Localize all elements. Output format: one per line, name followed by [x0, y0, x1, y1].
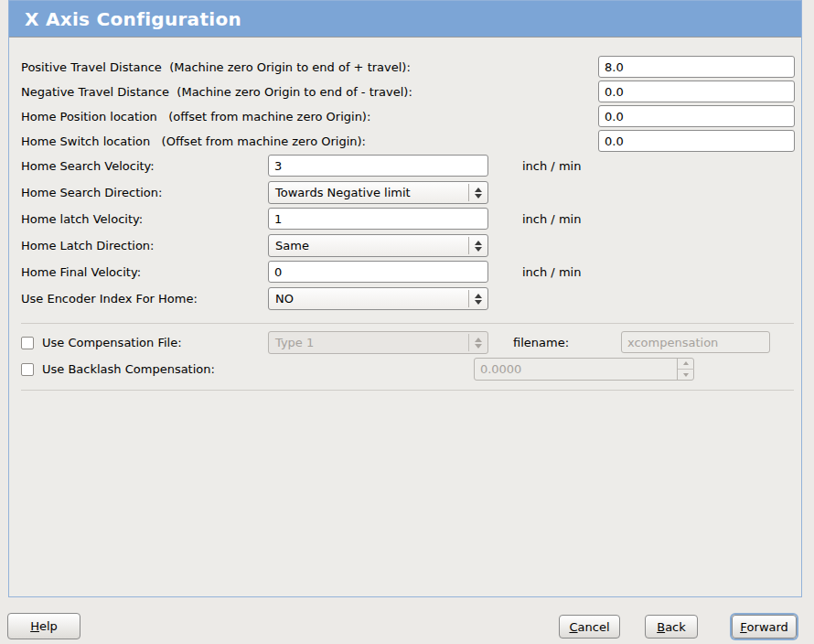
encoder-index-label: Use Encoder Index For Home: — [21, 292, 198, 306]
home-latch-direction-combo[interactable]: Same — [268, 234, 488, 257]
home-final-velocity-label: Home Final Velocity: — [21, 265, 141, 279]
combo-arrows-icon — [468, 334, 487, 351]
home-position-label: Home Position location (offset from mach… — [21, 110, 370, 123]
home-search-velocity-input[interactable] — [268, 155, 488, 177]
home-latch-velocity-input[interactable] — [268, 208, 488, 230]
help-button[interactable]: Help — [7, 613, 80, 639]
combo-selected-value: Type 1 — [275, 336, 314, 349]
combo-arrows-icon — [468, 237, 487, 254]
home-latch-velocity-label: Home latch Velocity: — [21, 212, 143, 226]
home-search-direction-label: Home Search Direction: — [21, 186, 162, 199]
encoder-index-combo[interactable]: NO — [268, 287, 488, 310]
home-latch-direction-row: Home Latch Direction: Same — [9, 234, 801, 257]
negative-travel-row: Negative Travel Distance (Machine zero O… — [9, 80, 801, 102]
use-backlash-checkbox[interactable] — [21, 363, 34, 376]
home-position-row: Home Position location (offset from mach… — [9, 105, 801, 127]
encoder-index-row: Use Encoder Index For Home: NO — [9, 287, 801, 310]
home-latch-velocity-row: Home latch Velocity: inch / min — [9, 208, 801, 231]
home-search-direction-combo[interactable]: Towards Negative limit — [268, 181, 488, 204]
home-latch-direction-label: Home Latch Direction: — [21, 239, 154, 252]
separator — [21, 390, 794, 391]
spin-steppers — [677, 358, 694, 381]
home-switch-row: Home Switch location (Offset from machin… — [9, 130, 801, 152]
cancel-button[interactable]: Cancel — [559, 615, 620, 639]
positive-travel-input[interactable] — [598, 56, 795, 78]
home-switch-label: Home Switch location (Offset from machin… — [21, 134, 366, 148]
separator — [21, 323, 794, 324]
use-compensation-file-checkbox[interactable] — [21, 337, 34, 349]
home-search-velocity-unit: inch / min — [522, 155, 581, 177]
positive-travel-row: Positive Travel Distance (Machine zero O… — [9, 56, 801, 78]
home-final-velocity-row: Home Final Velocity: inch / min — [9, 261, 801, 284]
use-compensation-file-label: Use Compensation File: — [42, 336, 182, 349]
x-axis-configuration-dialog: X Axis Configuration Positive Travel Dis… — [0, 0, 814, 644]
combo-selected-value: Towards Negative limit — [275, 186, 411, 199]
home-search-velocity-label: Home Search Velocity: — [21, 159, 155, 173]
home-final-velocity-unit: inch / min — [522, 261, 581, 284]
backlash-spin-input — [474, 358, 694, 381]
use-backlash-label: Use Backlash Compensation: — [42, 362, 215, 376]
compensation-type-combo: Type 1 — [268, 331, 488, 354]
backlash-row: Use Backlash Compensation: — [9, 358, 801, 381]
home-position-input[interactable] — [598, 105, 795, 127]
combo-selected-value: Same — [275, 239, 309, 252]
page-title: X Axis Configuration — [25, 8, 241, 30]
compensation-filename-input — [621, 331, 770, 353]
compensation-file-row: Use Compensation File: Type 1 filename: — [9, 331, 801, 354]
back-button[interactable]: Back — [645, 615, 698, 639]
home-search-direction-row: Home Search Direction: Towards Negative … — [9, 181, 801, 204]
home-search-velocity-row: Home Search Velocity: inch / min — [9, 155, 801, 177]
home-latch-velocity-unit: inch / min — [522, 208, 581, 231]
combo-selected-value: NO — [275, 292, 294, 306]
page-header: X Axis Configuration — [9, 1, 801, 38]
home-final-velocity-input[interactable] — [268, 261, 488, 283]
negative-travel-label: Negative Travel Distance (Machine zero O… — [21, 85, 412, 99]
spin-up-icon — [678, 358, 694, 370]
combo-arrows-icon — [468, 290, 487, 307]
filename-label: filename: — [513, 331, 569, 354]
content-frame: X Axis Configuration Positive Travel Dis… — [8, 0, 802, 597]
combo-arrows-icon — [468, 184, 487, 201]
positive-travel-label: Positive Travel Distance (Machine zero O… — [21, 60, 411, 74]
spin-down-icon — [678, 370, 694, 381]
forward-button[interactable]: Forward — [732, 615, 797, 639]
home-switch-input[interactable] — [598, 130, 795, 152]
negative-travel-input[interactable] — [598, 80, 795, 102]
